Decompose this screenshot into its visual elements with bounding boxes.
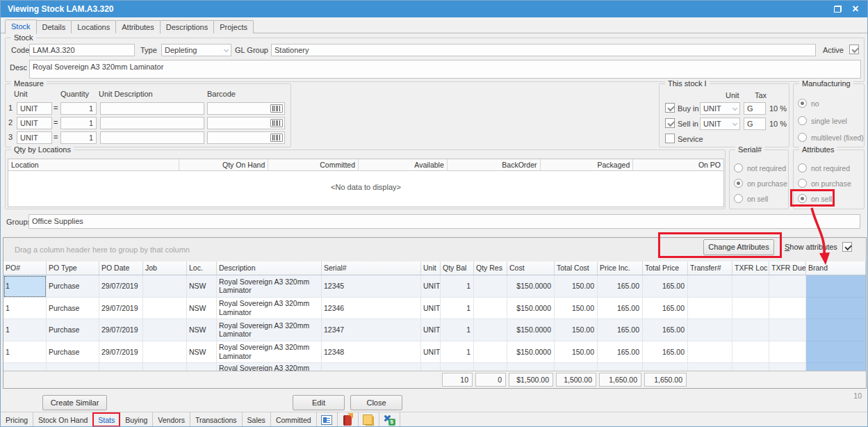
grid-cell-txfr_due[interactable] bbox=[769, 275, 806, 298]
measure-unit-field[interactable]: UNIT bbox=[17, 131, 52, 144]
grid-cell-transfer[interactable] bbox=[688, 319, 732, 341]
grid-cell-total_price[interactable]: 165.00 bbox=[643, 275, 688, 298]
grid-cell-qty_bal[interactable]: 1 bbox=[441, 298, 474, 320]
serial-option-on-purchase[interactable]: on purchase bbox=[734, 179, 787, 188]
grid-col-txfr-loc[interactable]: TXFR Loc bbox=[732, 261, 769, 275]
grid-cell-txfr_loc[interactable] bbox=[732, 298, 769, 320]
grid-cell-po[interactable]: 1 bbox=[3, 319, 47, 341]
bottom-tab-committed[interactable]: Committed bbox=[271, 412, 317, 427]
grid-cell-txfr_loc[interactable] bbox=[732, 319, 769, 341]
grid-cell-txfr_loc[interactable] bbox=[732, 275, 769, 298]
grid-col-loc[interactable]: Loc. bbox=[187, 261, 217, 275]
measure-description-field[interactable] bbox=[100, 131, 204, 144]
grid-cell-description[interactable]: Royal Sovereign A3 320mm Laminator bbox=[217, 319, 322, 341]
bottom-tab-vendors[interactable]: Vendors bbox=[153, 412, 190, 427]
close-button[interactable]: Close bbox=[350, 395, 402, 410]
grid-cell-price_inc[interactable] bbox=[598, 363, 643, 371]
grid-cell-loc[interactable]: NSW bbox=[187, 298, 217, 320]
grid-cell-transfer[interactable] bbox=[688, 298, 732, 320]
grid-cell-job[interactable] bbox=[143, 275, 187, 298]
measure-unit-field[interactable]: UNIT bbox=[17, 102, 52, 115]
grid-cell-description[interactable]: Royal Sovereign A3 320mm bbox=[217, 363, 322, 371]
grid-cell-loc[interactable] bbox=[187, 363, 217, 371]
tab-stock[interactable]: Stock bbox=[5, 19, 37, 34]
grid-cell-transfer[interactable] bbox=[688, 341, 732, 364]
grid-cell-po_date[interactable]: 29/07/2019 bbox=[99, 275, 143, 298]
qtyloc-col-location[interactable]: Location bbox=[8, 159, 179, 171]
type-dropdown[interactable]: Depleting bbox=[161, 44, 231, 56]
serial-option-on-sell[interactable]: on sell bbox=[734, 194, 787, 204]
tab-projects[interactable]: Projects bbox=[213, 20, 254, 33]
manufacturing-option-single-level[interactable]: single level bbox=[798, 116, 862, 126]
grid-cell-qty_res[interactable] bbox=[474, 341, 507, 364]
grid-cell-total_cost[interactable] bbox=[555, 363, 598, 371]
measure-quantity-field[interactable]: 1 bbox=[60, 117, 97, 129]
attributes-option-on-sell[interactable]: on sell bbox=[798, 194, 862, 204]
barcode-icon[interactable] bbox=[270, 119, 283, 127]
grid-col-job[interactable]: Job bbox=[143, 261, 187, 275]
active-checkbox[interactable] bbox=[849, 45, 859, 54]
grid-col-total-cost[interactable]: Total Cost bbox=[555, 261, 598, 275]
grid-cell-cost[interactable]: $150.0000 bbox=[507, 298, 555, 320]
grid-cell-brand[interactable] bbox=[806, 341, 866, 364]
grid-cell-job[interactable] bbox=[143, 341, 187, 364]
create-similar-button[interactable]: Create Similar bbox=[42, 395, 107, 410]
bottom-tab-transactions[interactable]: Transactions bbox=[190, 412, 243, 427]
grid-cell-qty_bal[interactable]: 1 bbox=[441, 341, 474, 364]
qtyloc-col-backorder[interactable]: BackOrder bbox=[448, 159, 541, 171]
qtyloc-col-committed[interactable]: Committed bbox=[268, 159, 359, 171]
desc-field[interactable]: Royal Sovereign A3 320mm Laminator bbox=[29, 60, 861, 79]
grid-cell-po_type[interactable]: Purchase bbox=[47, 341, 99, 364]
grid-col-po-date[interactable]: PO Date bbox=[99, 261, 143, 275]
grid-cell-description[interactable]: Royal Sovereign A3 320mm Laminator bbox=[217, 275, 322, 298]
grid-cell-job[interactable] bbox=[143, 298, 187, 320]
code-field[interactable]: LAM.A3.320 bbox=[29, 44, 135, 56]
grid-cell-brand[interactable] bbox=[806, 298, 866, 320]
bottom-tab-sales[interactable]: Sales bbox=[243, 412, 271, 427]
grid-cell-txfr_due[interactable] bbox=[769, 363, 806, 371]
bottom-toolbar-button-report-icon[interactable] bbox=[317, 412, 338, 427]
grid-cell-unit[interactable]: UNIT bbox=[421, 319, 441, 341]
grid-cell-total_price[interactable]: 165.00 bbox=[643, 319, 688, 341]
grid-cell-total_cost[interactable]: 150.00 bbox=[555, 319, 598, 341]
grid-cell-serial[interactable] bbox=[322, 363, 421, 371]
sell-tax-field[interactable]: G bbox=[744, 118, 766, 130]
bottom-toolbar-button-journal-icon[interactable] bbox=[338, 412, 359, 427]
grid-cell-transfer[interactable] bbox=[688, 363, 732, 371]
grid-cell-unit[interactable]: UNIT bbox=[421, 275, 441, 298]
measure-barcode-field[interactable] bbox=[207, 102, 285, 115]
qtyloc-col-qty-on-hand[interactable]: Qty On Hand bbox=[179, 159, 269, 171]
grid-cell-loc[interactable]: NSW bbox=[187, 319, 217, 341]
grid-cell-total_cost[interactable]: 150.00 bbox=[555, 341, 598, 364]
grid-cell-total_cost[interactable]: 150.00 bbox=[555, 275, 598, 298]
grid-cell-po_date[interactable]: 29/07/2019 bbox=[99, 298, 143, 320]
attributes-option-on-purchase[interactable]: on purchase bbox=[798, 179, 862, 188]
grid-cell-serial[interactable]: 12347 bbox=[322, 319, 421, 341]
grid-col-po-type[interactable]: PO Type bbox=[47, 261, 99, 275]
grid-cell-loc[interactable]: NSW bbox=[187, 341, 217, 364]
grid-cell-po_date[interactable] bbox=[99, 363, 143, 371]
grid-col-serial[interactable]: Serial# bbox=[322, 261, 421, 275]
grid-cell-po_type[interactable]: Purchase bbox=[47, 319, 99, 341]
groups-field[interactable]: Office Supplies bbox=[28, 214, 860, 229]
show-attributes-checkbox[interactable] bbox=[842, 242, 852, 252]
bottom-tab-stats[interactable]: Stats bbox=[93, 412, 120, 427]
bottom-tab-pricing[interactable]: Pricing bbox=[1, 412, 33, 427]
grid-cell-brand[interactable] bbox=[806, 275, 866, 298]
qtyloc-col-available[interactable]: Available bbox=[359, 159, 448, 171]
restore-window-button[interactable] bbox=[830, 3, 845, 15]
grid-cell-po_type[interactable]: Purchase bbox=[47, 298, 99, 320]
grid-cell-transfer[interactable] bbox=[688, 275, 732, 298]
grid-cell-po_date[interactable]: 29/07/2019 bbox=[99, 341, 143, 364]
sell-unit-dropdown[interactable]: UNIT bbox=[700, 118, 740, 130]
grid-cell-description[interactable]: Royal Sovereign A3 320mm Laminator bbox=[217, 298, 322, 320]
grid-cell-qty_bal[interactable]: 1 bbox=[441, 319, 474, 341]
grid-col-unit[interactable]: Unit bbox=[421, 261, 441, 275]
grid-cell-unit[interactable]: UNIT bbox=[421, 341, 441, 364]
grid-cell-serial[interactable]: 12345 bbox=[322, 275, 421, 298]
grid-cell-unit[interactable] bbox=[421, 363, 441, 371]
manufacturing-option-no[interactable]: no bbox=[798, 99, 862, 108]
qtyloc-col-packaged[interactable]: Packaged bbox=[541, 159, 634, 171]
measure-description-field[interactable] bbox=[100, 117, 204, 129]
grid-cell-po_type[interactable] bbox=[47, 363, 99, 371]
